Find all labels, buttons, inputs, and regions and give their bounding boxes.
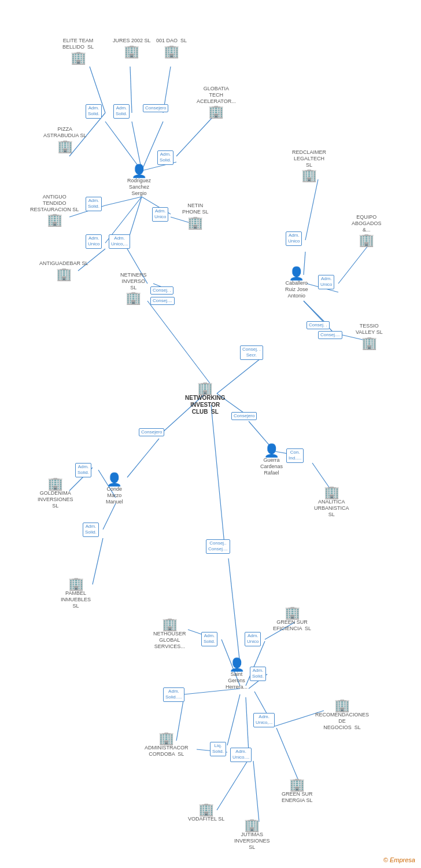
- green-sur-eficiencia-node[interactable]: 🏢 GREEN SUREFICIENCIA SL: [273, 606, 311, 633]
- pizza-astrabudua-label: PIZZAASTRABUDUA SL: [43, 126, 87, 139]
- saint-gerons-label: SaintGeronsHerrera...: [226, 671, 248, 690]
- badge-consej-1[interactable]: Consej. .: [150, 286, 173, 295]
- goldenima-inversiones-node[interactable]: 🏢 GOLDENIMAINVERSIONESSL: [38, 477, 73, 510]
- jutimas-inversiones-icon: 🏢: [244, 819, 260, 832]
- nethouser-global-label: NETHOUSERGLOBALSERVICES...: [153, 631, 186, 649]
- guerra-cardenas-node[interactable]: 👤 GuerraCardenasRafael: [260, 444, 283, 477]
- guerra-cardenas-avatar: 👤: [264, 444, 279, 457]
- elite-team-node[interactable]: ELITE TEAMBELLIDO SL 🏢: [62, 38, 94, 64]
- svg-line-26: [147, 301, 211, 385]
- redclaimer-legaltech-label: REDCLAIMERLEGALTECHSL: [292, 149, 326, 168]
- badge-consej-4[interactable]: Consej....: [318, 331, 342, 339]
- watermark-text: © Empresa: [383, 856, 415, 863]
- caballero-ruiz-node[interactable]: 👤 CaballeroRuiz JoseAntonio: [285, 267, 308, 300]
- badge-adm-solid-4[interactable]: Adm.Solid.: [86, 197, 102, 211]
- antiguadebar-icon: 🏢: [56, 268, 72, 281]
- badge-adm-solid-6[interactable]: Adm.Solid.: [83, 523, 99, 537]
- svg-line-51: [253, 761, 259, 822]
- elite-team-icon: 🏢: [71, 52, 86, 64]
- saint-gerons-avatar: 👤: [229, 659, 245, 671]
- svg-line-20: [338, 243, 370, 284]
- goldenima-inversiones-icon: 🏢: [47, 477, 63, 490]
- badge-adm-solid-3[interactable]: Adm.Solid.: [157, 150, 173, 165]
- administracor-cordoba-node[interactable]: 🏢 ADMINISTRACORCORDOBA SL: [145, 732, 189, 759]
- antiguo-tendido-node[interactable]: ANTIGUOTENDIDORESTAURACION SL 🏢: [30, 194, 79, 226]
- guerra-cardenas-label: GuerraCardenasRafael: [260, 457, 283, 476]
- administracor-cordoba-label: ADMINISTRACORCORDOBA SL: [145, 745, 189, 757]
- netin-phone-node[interactable]: NETINPHONE SL 🏢: [182, 203, 209, 229]
- badge-consej-2[interactable]: Consej....: [150, 297, 175, 305]
- caballero-ruiz-avatar: 👤: [289, 267, 304, 280]
- svg-line-1: [130, 67, 132, 113]
- conde-marzo-label: CondeMarzoManuel: [106, 486, 123, 505]
- analitica-urbanistica-node[interactable]: 🏢 ANALITICAURBANISTICASL: [314, 486, 349, 518]
- pambel-inmuebles-label: PAMBELINMUEBLESSL: [61, 590, 91, 609]
- administracor-cordoba-icon: 🏢: [158, 732, 174, 745]
- watermark: © Empresa: [383, 856, 415, 863]
- badge-consejero-right[interactable]: Consejero: [231, 412, 257, 420]
- badge-con-ind[interactable]: Con.Ind.....: [286, 448, 304, 463]
- redclaimer-legaltech-node[interactable]: REDCLAIMERLEGALTECHSL 🏢: [292, 149, 326, 182]
- green-sur-energia-icon: 🏢: [289, 778, 305, 791]
- badge-consejero-left[interactable]: Consejero: [139, 428, 164, 436]
- badge-consej-consej[interactable]: Consej..Consej....: [206, 539, 230, 554]
- globatia-tech-icon: 🏢: [208, 105, 224, 118]
- globatia-tech-label: GLOBATIATECHACELERATOR...: [197, 86, 236, 104]
- badge-adm-unico-6[interactable]: Adm.Unico: [245, 632, 261, 646]
- nethouser-global-node[interactable]: 🏢 NETHOUSERGLOBALSERVICES...: [153, 618, 186, 650]
- badge-adm-unico-7[interactable]: Adm.Unico,...: [253, 713, 275, 727]
- netin-phone-icon: 🏢: [187, 216, 203, 229]
- pambel-inmuebles-node[interactable]: 🏢 PAMBELINMUEBLESSL: [61, 578, 91, 610]
- jures-2002-node[interactable]: JURES 2002 SL 🏢: [113, 38, 151, 58]
- vodafitel-label: VODAFITEL SL: [188, 816, 224, 822]
- analitica-urbanistica-label: ANALITICAURBANISTICASL: [314, 499, 349, 517]
- goldenima-inversiones-label: GOLDENIMAINVERSIONESSL: [38, 490, 73, 509]
- badge-adm-unico-1[interactable]: Adm.Unico: [152, 207, 168, 222]
- netin-phone-label: NETINPHONE SL: [182, 203, 209, 215]
- pambel-inmuebles-icon: 🏢: [68, 578, 84, 590]
- badge-consej-secr[interactable]: Consej. .Secr.: [240, 345, 263, 360]
- vodafitel-node[interactable]: 🏢 VODAFITEL SL: [188, 803, 224, 823]
- tessio-valley-node[interactable]: TESSIOVALLEY SL 🏢: [356, 323, 383, 350]
- central-company-node[interactable]: 🏢 NETWORKINGINVESTORCLUB SL: [185, 382, 225, 417]
- pizza-astrabudua-node[interactable]: PIZZAASTRABUDUA SL 🏢: [43, 126, 87, 153]
- badge-adm-solid-1[interactable]: Adm.Solid.: [86, 104, 102, 119]
- saint-gerons-node[interactable]: 👤 SaintGeronsHerrera...: [226, 659, 248, 691]
- badge-consejero-1[interactable]: Consejero: [143, 104, 168, 112]
- jutimas-inversiones-node[interactable]: 🏢 JUTIMASINVERSIONESSL: [234, 819, 270, 851]
- badge-consej-3[interactable]: Consej. .: [306, 321, 330, 329]
- antiguadebar-node[interactable]: ANTIGUADEBAR SL 🏢: [39, 260, 88, 281]
- green-sur-energia-node[interactable]: 🏢 GREEN SURENERGIA SL: [282, 778, 313, 805]
- globatia-tech-node[interactable]: GLOBATIATECHACELERATOR... 🏢: [197, 86, 236, 118]
- svg-line-18: [305, 179, 318, 240]
- svg-line-50: [246, 697, 249, 752]
- badge-adm-solid-2[interactable]: Adm.Solid.: [113, 104, 130, 119]
- jutimas-inversiones-label: JUTIMASINVERSIONESSL: [234, 832, 270, 850]
- badge-liq-solid[interactable]: Liq.Solid.: [210, 742, 226, 756]
- 001-dao-node[interactable]: 001 DAO SL 🏢: [156, 38, 187, 58]
- recomendaciones-negocios-node[interactable]: 🏢 RECOMENDACIONESDENEGOCIOS SL: [315, 699, 369, 731]
- svg-line-38: [228, 558, 240, 664]
- badge-adm-unico-2[interactable]: Adm.Unico: [86, 234, 102, 249]
- badge-adm-unico-4[interactable]: Adm.Unico: [286, 231, 302, 246]
- badge-adm-unico-3[interactable]: Adm.Unico,...: [109, 234, 130, 249]
- green-sur-eficiencia-label: GREEN SUREFICIENCIA SL: [273, 619, 311, 632]
- tessio-valley-icon: 🏢: [361, 337, 377, 350]
- svg-line-48: [227, 694, 240, 745]
- badge-adm-solid-5[interactable]: Adm.Solid.: [75, 463, 91, 477]
- badge-adm-unico-8[interactable]: Adm.Unico....: [230, 748, 252, 762]
- netiners-inverso-node[interactable]: NETINERSINVERSOSL 🏢: [120, 272, 147, 304]
- green-sur-energia-label: GREEN SURENERGIA SL: [282, 791, 313, 804]
- badge-adm-unico-5[interactable]: Adm.Unico: [318, 275, 334, 289]
- central-building-icon: 🏢: [197, 382, 213, 395]
- netiners-inverso-icon: 🏢: [125, 292, 141, 304]
- jures-2002-label: JURES 2002 SL: [113, 38, 151, 44]
- conde-marzo-node[interactable]: 👤 CondeMarzoManuel: [106, 473, 123, 506]
- badge-adm-solid-saint[interactable]: Adm.Solid.....: [163, 687, 184, 702]
- badge-adm-solid-7[interactable]: Adm.Solid.: [201, 632, 217, 646]
- badge-adm-solid-8[interactable]: Adm.Solid.: [250, 667, 266, 681]
- equipo-abogados-node[interactable]: EQUIPOABOGADOS&... 🏢: [352, 214, 382, 247]
- jures-2002-icon: 🏢: [124, 45, 139, 58]
- equipo-abogados-icon: 🏢: [359, 234, 374, 247]
- rodriguez-sanchez-node[interactable]: 👤 RodriguezSanchezSergio: [127, 165, 151, 197]
